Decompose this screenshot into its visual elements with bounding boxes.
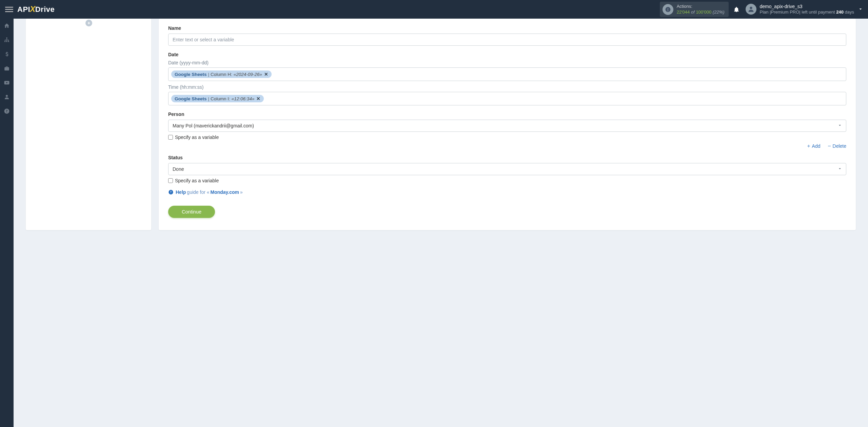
continue-button[interactable]: Continue bbox=[168, 206, 215, 218]
info-icon bbox=[663, 4, 673, 15]
logo-pre: API bbox=[17, 5, 30, 14]
sidebar-item-home[interactable] bbox=[0, 19, 14, 33]
actions-current: 22'044 bbox=[677, 9, 690, 15]
svg-rect-6 bbox=[6, 41, 7, 42]
status-specify-variable[interactable]: Specify as a variable bbox=[168, 178, 846, 183]
svg-point-3 bbox=[750, 7, 752, 9]
status-value: Done bbox=[173, 166, 184, 172]
person-specify-variable[interactable]: Specify as a variable bbox=[168, 135, 846, 140]
name-label: Name bbox=[168, 25, 846, 31]
svg-rect-10 bbox=[5, 40, 5, 41]
chevron-down-icon bbox=[858, 7, 863, 12]
actions-pct: (22%) bbox=[711, 9, 724, 15]
chevron-down-icon bbox=[838, 123, 842, 128]
svg-rect-0 bbox=[5, 7, 13, 8]
field-person: Person Many Pol (maverickandrii@gmail.co… bbox=[168, 111, 846, 149]
status-select[interactable]: Done bbox=[168, 163, 846, 175]
topbar: API X Drive Actions: 22'044 of 100'000 (… bbox=[0, 0, 868, 19]
time-input[interactable]: Google Sheets | Column I: «12:06:34» ✕ bbox=[168, 92, 846, 105]
time-chip-remove[interactable]: ✕ bbox=[256, 96, 260, 101]
sidebar-item-account[interactable] bbox=[0, 90, 14, 104]
help-link[interactable]: Help guide for « Monday.com » bbox=[168, 189, 846, 195]
svg-rect-4 bbox=[6, 38, 7, 39]
svg-rect-2 bbox=[5, 11, 13, 12]
add-step-button[interactable]: + bbox=[85, 20, 92, 26]
date-input[interactable]: Google Sheets | Column H: «2024-09-26» ✕ bbox=[168, 67, 846, 81]
actions-total: 100'000 bbox=[696, 9, 711, 15]
date-label: Date bbox=[168, 52, 846, 57]
sidebar-item-video[interactable] bbox=[0, 76, 14, 90]
person-value: Many Pol (maverickandrii@gmail.com) bbox=[173, 123, 254, 128]
svg-rect-12 bbox=[8, 40, 9, 41]
svg-rect-8 bbox=[6, 39, 7, 40]
sidebar-item-briefcase[interactable] bbox=[0, 61, 14, 76]
add-link[interactable]: Add bbox=[807, 143, 821, 149]
field-status: Status Done Specify as a variable bbox=[168, 155, 846, 183]
status-label: Status bbox=[168, 155, 846, 160]
time-sublabel: Time (hh:mm:ss) bbox=[168, 84, 846, 90]
minus-icon bbox=[827, 144, 831, 148]
name-input[interactable] bbox=[168, 34, 846, 46]
date-sublabel: Date (yyyy-mm-dd) bbox=[168, 60, 846, 65]
person-select[interactable]: Many Pol (maverickandrii@gmail.com) bbox=[168, 120, 846, 132]
svg-rect-7 bbox=[8, 41, 9, 42]
profile-menu[interactable]: demo_apix-drive_s3 Plan |Premium PRO| le… bbox=[746, 3, 863, 15]
person-specify-checkbox[interactable] bbox=[168, 135, 173, 140]
logo-post: Drive bbox=[35, 5, 55, 14]
sidebar-item-billing[interactable] bbox=[0, 47, 14, 61]
svg-rect-1 bbox=[5, 9, 13, 10]
username: demo_apix-drive_s3 bbox=[760, 3, 854, 9]
hamburger-menu[interactable] bbox=[5, 5, 13, 14]
hamburger-icon bbox=[5, 5, 13, 14]
avatar-icon bbox=[746, 4, 756, 15]
plus-icon bbox=[807, 144, 811, 148]
date-chip-remove[interactable]: ✕ bbox=[264, 72, 268, 77]
field-name: Name bbox=[168, 25, 846, 46]
person-label: Person bbox=[168, 111, 846, 117]
svg-point-14 bbox=[6, 95, 8, 97]
time-chip[interactable]: Google Sheets | Column I: «12:06:34» ✕ bbox=[171, 95, 264, 102]
help-icon bbox=[168, 189, 174, 195]
main-content: + Name Date Date (yyyy-mm-dd) Google She… bbox=[14, 19, 868, 427]
actions-counter[interactable]: Actions: 22'044 of 100'000 (22%) bbox=[660, 2, 729, 17]
sidebar-item-help[interactable] bbox=[0, 104, 14, 118]
logo-x: X bbox=[30, 4, 36, 14]
delete-link[interactable]: Delete bbox=[827, 143, 846, 149]
left-panel: + bbox=[26, 19, 151, 230]
sidebar bbox=[0, 19, 14, 427]
chevron-down-icon bbox=[838, 166, 842, 172]
svg-rect-11 bbox=[6, 40, 7, 41]
date-chip[interactable]: Google Sheets | Column H: «2024-09-26» ✕ bbox=[171, 70, 272, 78]
sidebar-item-connections[interactable] bbox=[0, 33, 14, 47]
actions-label: Actions: bbox=[677, 4, 725, 9]
logo[interactable]: API X Drive bbox=[17, 5, 55, 14]
actions-of: of bbox=[690, 9, 696, 15]
field-date: Date Date (yyyy-mm-dd) Google Sheets | C… bbox=[168, 52, 846, 105]
plan-info: Plan |Premium PRO| left until payment 24… bbox=[760, 9, 854, 15]
form-panel: Name Date Date (yyyy-mm-dd) Google Sheet… bbox=[159, 19, 856, 230]
status-specify-checkbox[interactable] bbox=[168, 178, 173, 183]
bell-icon[interactable] bbox=[733, 6, 739, 13]
svg-rect-5 bbox=[4, 41, 5, 42]
